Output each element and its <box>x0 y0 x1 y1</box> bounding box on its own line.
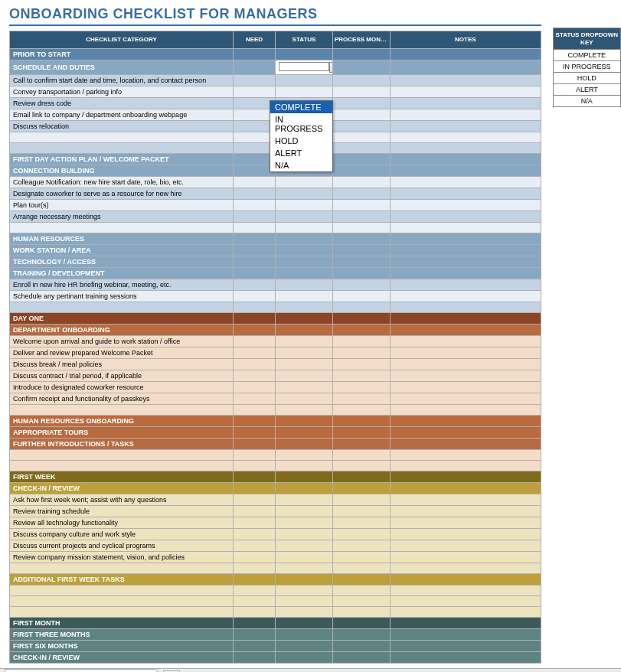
category-cell[interactable]: FIRST MONTH <box>10 617 234 628</box>
process-cell[interactable] <box>333 86 391 97</box>
status-cell[interactable] <box>276 210 333 222</box>
status-cell[interactable] <box>276 628 333 640</box>
process-cell[interactable] <box>333 494 391 505</box>
status-cell[interactable] <box>276 617 333 628</box>
process-cell[interactable] <box>333 449 391 460</box>
category-cell[interactable]: Review all technology functionality <box>10 517 234 528</box>
notes-cell[interactable] <box>391 256 541 267</box>
category-cell[interactable]: Ask how first week went; assist with any… <box>10 494 234 505</box>
status-cell[interactable] <box>276 471 333 482</box>
process-cell[interactable] <box>333 471 391 482</box>
notes-cell[interactable] <box>391 651 541 663</box>
notes-cell[interactable] <box>391 528 541 540</box>
status-cell[interactable] <box>276 449 333 460</box>
process-cell[interactable] <box>333 222 391 233</box>
need-cell[interactable] <box>234 585 276 595</box>
need-cell[interactable] <box>234 449 276 460</box>
status-cell[interactable] <box>276 393 333 404</box>
status-cell[interactable] <box>276 222 333 233</box>
status-cell[interactable] <box>276 188 333 199</box>
need-cell[interactable] <box>234 606 276 617</box>
need-cell[interactable] <box>234 86 276 97</box>
process-cell[interactable] <box>333 460 391 471</box>
process-cell[interactable] <box>333 267 391 279</box>
process-cell[interactable] <box>333 563 391 573</box>
status-cell[interactable] <box>276 517 333 528</box>
need-cell[interactable] <box>234 60 276 74</box>
category-cell[interactable]: FIRST DAY ACTION PLAN / WELCOME PACKET <box>10 153 234 165</box>
status-cell[interactable] <box>276 347 333 358</box>
category-cell[interactable]: WORK STATION / AREA <box>10 244 234 256</box>
category-cell[interactable]: CONNECTION BUILDING <box>10 165 234 176</box>
dropdown-option[interactable]: ALERT <box>270 147 332 159</box>
status-cell[interactable] <box>276 585 333 595</box>
need-cell[interactable] <box>234 595 276 606</box>
process-cell[interactable] <box>333 120 391 132</box>
process-cell[interactable] <box>333 165 391 176</box>
notes-cell[interactable] <box>391 606 541 617</box>
need-cell[interactable] <box>234 199 276 210</box>
process-cell[interactable] <box>333 142 391 153</box>
notes-cell[interactable] <box>391 48 541 60</box>
notes-cell[interactable] <box>391 188 541 199</box>
status-cell[interactable] <box>276 640 333 651</box>
process-cell[interactable] <box>333 651 391 663</box>
category-cell[interactable]: DAY ONE <box>10 312 234 324</box>
category-cell[interactable] <box>10 585 234 595</box>
notes-cell[interactable] <box>391 449 541 460</box>
category-cell[interactable]: Deliver and review prepared Welcome Pack… <box>10 347 234 358</box>
category-cell[interactable]: Confirm receipt and functionality of pas… <box>10 393 234 404</box>
status-dropdown-list[interactable]: COMPLETEIN PROGRESSHOLDALERTN/A <box>270 100 333 172</box>
category-cell[interactable]: Welcome upon arrival and guide to work s… <box>10 335 234 347</box>
category-cell[interactable]: Review dress code <box>10 97 234 109</box>
notes-cell[interactable] <box>391 358 541 370</box>
need-cell[interactable] <box>234 505 276 517</box>
category-cell[interactable]: Schedule any pertinant training sessions <box>10 290 234 302</box>
need-cell[interactable] <box>234 324 276 335</box>
status-cell[interactable] <box>276 438 333 449</box>
category-cell[interactable]: APPROPRIATE TOURS <box>10 426 234 438</box>
process-cell[interactable] <box>333 551 391 563</box>
status-cell[interactable] <box>276 74 333 86</box>
need-cell[interactable] <box>234 256 276 267</box>
need-cell[interactable] <box>234 347 276 358</box>
need-cell[interactable] <box>234 267 276 279</box>
category-cell[interactable]: DEPARTMENT ONBOARDING <box>10 324 234 335</box>
status-cell[interactable] <box>276 176 333 188</box>
category-cell[interactable]: Discuss break / meal policies <box>10 358 234 370</box>
process-cell[interactable] <box>333 302 391 312</box>
notes-cell[interactable] <box>391 142 541 153</box>
notes-cell[interactable] <box>391 267 541 279</box>
need-cell[interactable] <box>234 279 276 290</box>
category-cell[interactable] <box>10 563 234 573</box>
notes-cell[interactable] <box>391 563 541 573</box>
process-cell[interactable] <box>333 606 391 617</box>
status-cell[interactable] <box>276 199 333 210</box>
category-cell[interactable]: Review training schedule <box>10 505 234 517</box>
notes-cell[interactable] <box>391 120 541 132</box>
notes-cell[interactable] <box>391 244 541 256</box>
status-cell[interactable]: ▾ <box>276 60 333 74</box>
category-cell[interactable]: Enroll in new hire HR briefing webinar, … <box>10 279 234 290</box>
category-cell[interactable]: Email link to company / department onboa… <box>10 109 234 120</box>
status-cell[interactable] <box>276 551 333 563</box>
notes-cell[interactable] <box>391 74 541 86</box>
need-cell[interactable] <box>234 335 276 347</box>
status-cell[interactable] <box>276 606 333 617</box>
status-cell[interactable] <box>276 505 333 517</box>
process-cell[interactable] <box>333 617 391 628</box>
notes-cell[interactable] <box>391 505 541 517</box>
need-cell[interactable] <box>234 370 276 381</box>
notes-cell[interactable] <box>391 381 541 393</box>
need-cell[interactable] <box>234 233 276 244</box>
need-cell[interactable] <box>234 540 276 551</box>
notes-cell[interactable] <box>391 324 541 335</box>
need-cell[interactable] <box>234 312 276 324</box>
process-cell[interactable] <box>333 404 391 415</box>
category-cell[interactable] <box>10 222 234 233</box>
category-cell[interactable]: FIRST WEEK <box>10 471 234 482</box>
notes-cell[interactable] <box>391 628 541 640</box>
category-cell[interactable] <box>10 449 234 460</box>
process-cell[interactable] <box>333 290 391 302</box>
category-cell[interactable]: FIRST THREE MONTHS <box>10 628 234 640</box>
